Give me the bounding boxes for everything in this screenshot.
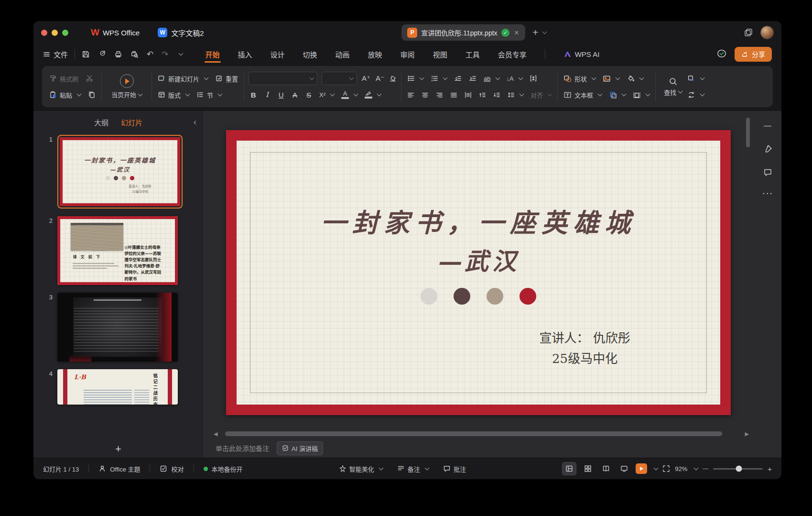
office-theme-button[interactable]: Office 主题 — [110, 464, 140, 473]
cast-screen-button[interactable] — [617, 462, 631, 475]
file-menu[interactable]: 文件 — [43, 49, 68, 59]
comment-panel-icon[interactable] — [763, 168, 772, 177]
decrease-font-button[interactable]: A⁻ — [375, 74, 385, 83]
line-spacing-button[interactable] — [506, 91, 525, 99]
numbered-list-button[interactable] — [429, 75, 448, 82]
slide-canvas[interactable]: 一封家书，一座英雄城 —武汉 宣讲人： 仇欣彤 25级马中化 — [203, 111, 754, 429]
beautify-brush-icon[interactable] — [763, 144, 772, 154]
section-button[interactable]: 节 — [195, 90, 223, 99]
collapse-panel-icon[interactable]: ‹ — [194, 117, 196, 127]
line-spacing-up-button[interactable] — [477, 91, 487, 99]
slide-sorter-view-button[interactable] — [581, 462, 595, 475]
tab-doc2[interactable]: W 文字文稿2 — [158, 28, 204, 38]
bullet-list-button[interactable] — [406, 75, 425, 82]
scroll-left-icon[interactable]: ◀ — [214, 431, 217, 437]
justify-button[interactable] — [449, 91, 459, 99]
reading-view-button[interactable] — [599, 462, 613, 475]
tab-review[interactable]: 审阅 — [400, 45, 416, 64]
shapes-button[interactable]: 形状 — [562, 74, 597, 83]
format-painter-button[interactable]: 格式刷 — [48, 74, 80, 83]
notes-button[interactable]: 备注 — [408, 464, 420, 473]
copy-button[interactable] — [87, 91, 97, 99]
tab-wps-home[interactable]: W WPS Office — [91, 27, 140, 38]
paste-button[interactable]: 粘贴 — [48, 90, 82, 99]
fit-window-icon[interactable] — [662, 465, 670, 472]
hide-panel-icon[interactable]: — — [764, 121, 771, 130]
slide-thumbnail-3[interactable]: 3 — [45, 293, 203, 362]
tab-list-chevron-icon[interactable] — [542, 30, 547, 34]
highlight-color-button[interactable] — [363, 91, 382, 99]
zoom-out-button[interactable]: — — [703, 465, 708, 472]
font-color-button[interactable]: A — [340, 90, 359, 99]
find-button[interactable]: 查找 — [660, 68, 686, 105]
tab-current-presentation[interactable]: P 宣讲团仇欣彤.11pptx.pptx ✓ ✕ — [401, 24, 525, 41]
horizontal-scrollbar[interactable]: ◀ ▶ — [203, 429, 754, 439]
more-panels-icon[interactable]: • • • — [763, 191, 772, 196]
tab-animation[interactable]: 动画 — [335, 45, 351, 64]
bold-button[interactable]: B — [249, 91, 258, 99]
smart-beautify-button[interactable]: 智能美化 — [349, 464, 374, 473]
picture-button[interactable] — [601, 75, 621, 83]
slide-thumbnail-2[interactable]: 2 译 文 如 下 ◎叶莲娜女士的母亲 伊拉的父亲——苏联 援华空军志愿队烈士 … — [45, 216, 203, 285]
share-button[interactable]: 分享 — [735, 47, 772, 62]
increase-indent-button[interactable] — [467, 75, 478, 82]
textbox-button[interactable]: 文本框 — [562, 90, 603, 99]
slide-thumbnail-1[interactable]: 1 一封家书，一座英雄城 —武汉 — [45, 135, 203, 209]
reset-button[interactable]: 重置 — [214, 74, 239, 83]
line-spacing-down-button[interactable] — [492, 91, 502, 99]
qat-more-chevron-icon[interactable] — [178, 51, 183, 56]
cut-button[interactable] — [84, 75, 95, 82]
cloud-sync-icon[interactable] — [716, 48, 727, 60]
text-direction-button[interactable]: ↓A — [505, 75, 524, 82]
arrange-button[interactable] — [631, 91, 651, 99]
redo-icon[interactable]: ↷ — [162, 49, 168, 59]
font-name-select[interactable] — [249, 72, 317, 85]
tab-view[interactable]: 视图 — [432, 45, 448, 64]
fill-color-button[interactable] — [625, 75, 645, 83]
proofread-button[interactable]: 校对 — [171, 464, 184, 473]
tab-membership[interactable]: 会员专享 — [497, 45, 528, 64]
tab-transition[interactable]: 切换 — [302, 45, 318, 64]
notes-placeholder[interactable]: 单击此处添加备注 — [216, 443, 269, 453]
tab-slides[interactable]: 幻灯片 — [121, 117, 142, 127]
zoom-in-button[interactable]: + — [768, 465, 772, 473]
ai-script-button[interactable]: AI 演讲稿 — [277, 441, 323, 455]
tab-wps-ai[interactable]: WPS AI — [563, 46, 601, 63]
tab-slideshow[interactable]: 放映 — [367, 45, 383, 64]
zoom-window-button[interactable] — [62, 30, 68, 36]
vertical-scrollbar[interactable] — [746, 118, 750, 147]
play-from-current-button[interactable]: 当页开始 — [106, 68, 147, 105]
tab-outline[interactable]: 大纲 — [94, 117, 108, 127]
tab-home[interactable]: 开始 — [205, 45, 221, 64]
font-size-select[interactable] — [322, 72, 357, 85]
tab-insert[interactable]: 插入 — [237, 45, 253, 64]
italic-button[interactable]: I — [262, 90, 272, 99]
decrease-indent-button[interactable] — [453, 75, 463, 82]
zoom-slider-handle[interactable] — [736, 466, 742, 472]
align-right-button[interactable] — [434, 91, 444, 99]
slide-presenter-text[interactable]: 宣讲人： 仇欣彤 25级马中化 — [508, 328, 662, 369]
normal-view-button[interactable] — [562, 462, 576, 475]
slide-title[interactable]: 一封家书，一座英雄城 — [237, 202, 720, 240]
notes-chevron-icon[interactable] — [424, 466, 429, 471]
new-slide-button[interactable]: 新建幻灯片 — [156, 74, 209, 83]
print-icon[interactable] — [114, 50, 122, 58]
scrollbar-thumb[interactable] — [225, 431, 722, 436]
save-icon[interactable] — [82, 50, 90, 58]
align-center-button[interactable] — [420, 91, 430, 99]
layout-button[interactable]: 版式 — [156, 90, 191, 99]
account-avatar[interactable] — [760, 26, 774, 39]
underline-button[interactable]: U — [276, 91, 286, 99]
fit-text-button[interactable] — [528, 75, 539, 82]
new-tab-icon[interactable]: + — [533, 28, 539, 37]
superscript-button[interactable]: X² — [318, 91, 336, 99]
zoom-slider[interactable] — [713, 468, 763, 470]
select-button[interactable] — [686, 75, 705, 83]
export-pdf-icon[interactable] — [98, 50, 106, 58]
group-button[interactable] — [607, 91, 627, 99]
slideshow-play-button[interactable] — [636, 463, 647, 474]
slide-thumbnail-4[interactable]: 4 L·B 铭记二战历史 — [45, 369, 203, 405]
add-slide-button[interactable]: + — [33, 440, 203, 458]
tab-design[interactable]: 设计 — [270, 45, 286, 64]
local-backup-status[interactable]: 本地备份开 — [212, 464, 243, 473]
